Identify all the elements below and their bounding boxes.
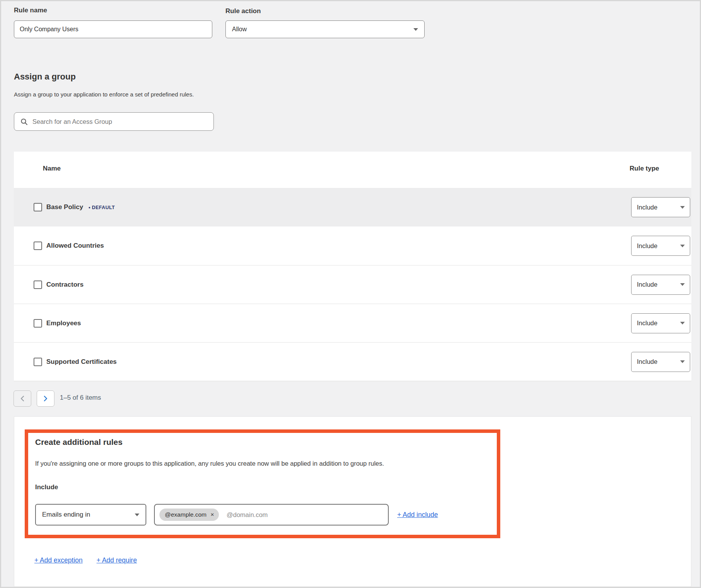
rule-selector-value: Emails ending in [42, 511, 90, 519]
chevron-right-icon [43, 395, 48, 402]
default-badge: • DEFAULT [88, 205, 115, 210]
rule-selector-select[interactable]: Emails ending in [35, 504, 146, 525]
column-header-rule-type: Rule type [630, 165, 659, 172]
access-rule-page: Rule name Rule action Allow Assign a gro… [0, 0, 701, 588]
access-groups-table: Name Rule type Base Policy• DEFAULT Incl… [14, 152, 691, 381]
caret-down-icon [680, 206, 685, 209]
table-row: Allowed Countries Include [14, 226, 691, 265]
table-row: Supported Certificates Include [14, 342, 691, 381]
rule-type-value: Include [637, 281, 657, 288]
rule-action-select[interactable]: Allow [225, 20, 425, 38]
additional-rules-card: Create additional rules If you're assign… [14, 416, 691, 587]
next-page-button[interactable] [37, 390, 54, 407]
rule-name-input[interactable] [14, 20, 212, 38]
pagination-status: 1–5 of 6 items [60, 394, 101, 402]
email-domains-input[interactable]: @example.com ✕ [154, 504, 389, 525]
row-checkbox[interactable] [34, 280, 42, 289]
rule-name-label: Rule name [14, 7, 47, 14]
tag-text: @example.com [165, 511, 207, 518]
caret-down-icon [680, 360, 685, 363]
add-exception-link[interactable]: + Add exception [34, 556, 83, 564]
column-header-name: Name [43, 165, 61, 172]
caret-down-icon [680, 245, 685, 247]
assign-group-description: Assign a group to your application to en… [14, 91, 194, 98]
search-input[interactable] [32, 118, 209, 125]
group-name: Allowed Countries [46, 242, 104, 250]
rule-type-value: Include [637, 204, 657, 211]
group-name: Base Policy• DEFAULT [46, 203, 115, 211]
rule-links-row: + Add exception + Add require [34, 556, 137, 564]
rule-type-select[interactable]: Include [631, 352, 690, 372]
group-name-text: Base Policy [46, 203, 83, 211]
add-include-link[interactable]: + Add include [397, 511, 438, 519]
create-rules-heading: Create additional rules [35, 438, 497, 448]
chevron-left-icon [20, 395, 25, 402]
rule-action-value: Allow [232, 26, 247, 33]
rule-type-value: Include [637, 242, 657, 250]
create-rules-description: If you're assigning one or more groups t… [35, 460, 497, 469]
email-domain-tag: @example.com ✕ [159, 509, 219, 521]
add-require-link[interactable]: + Add require [97, 556, 137, 564]
rule-type-value: Include [637, 358, 657, 365]
rule-type-select[interactable]: Include [631, 275, 690, 295]
rule-type-select[interactable]: Include [631, 313, 690, 333]
table-row: Employees Include [14, 304, 691, 342]
group-name: Supported Certificates [46, 358, 117, 366]
rule-type-value: Include [637, 319, 657, 327]
include-rule-row: Emails ending in @example.com ✕ + Add in… [35, 504, 497, 525]
remove-tag-icon[interactable]: ✕ [210, 512, 214, 517]
search-icon [20, 118, 28, 125]
row-checkbox[interactable] [34, 203, 42, 211]
row-checkbox[interactable] [34, 319, 42, 328]
highlight-annotation-box: Create additional rules If you're assign… [25, 429, 500, 538]
previous-page-button[interactable] [14, 390, 31, 407]
table-row: Contractors Include [14, 265, 691, 304]
caret-down-icon [135, 514, 139, 516]
group-name: Employees [46, 319, 81, 327]
table-header: Name Rule type [14, 152, 691, 188]
row-checkbox[interactable] [34, 242, 42, 250]
access-group-search[interactable] [14, 112, 214, 131]
table-row: Base Policy• DEFAULT Include [14, 188, 691, 226]
rule-type-select[interactable]: Include [631, 197, 690, 217]
domain-text-input[interactable] [227, 511, 383, 519]
caret-down-icon [680, 322, 685, 324]
rule-action-label: Rule action [225, 7, 261, 15]
rule-type-select[interactable]: Include [631, 236, 690, 256]
caret-down-icon [680, 283, 685, 286]
assign-group-heading: Assign a group [14, 72, 76, 82]
include-label: Include [35, 483, 497, 491]
row-checkbox[interactable] [34, 358, 42, 366]
caret-down-icon [413, 28, 418, 31]
group-name: Contractors [46, 281, 83, 289]
